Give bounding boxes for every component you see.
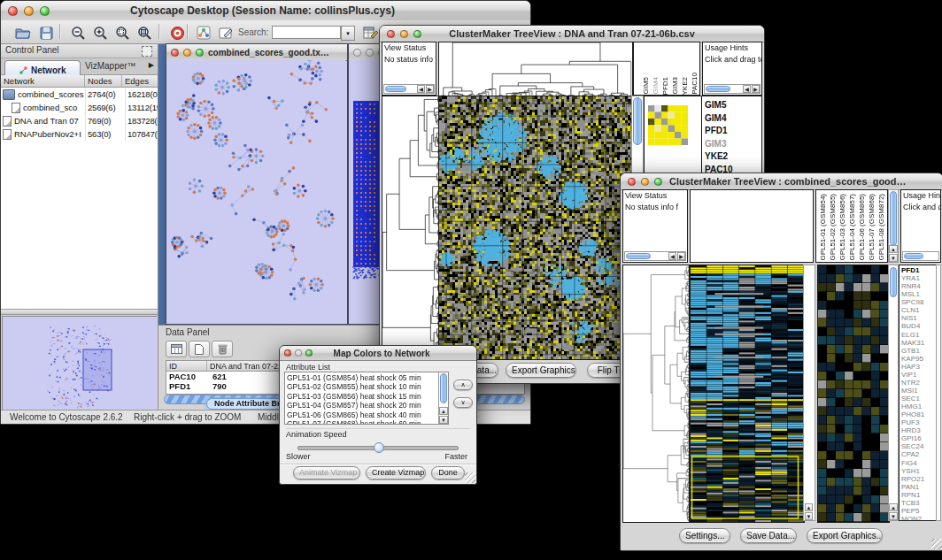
zoom-button[interactable]	[413, 30, 421, 38]
search-input[interactable]	[272, 26, 341, 39]
tab-network[interactable]: Network	[4, 60, 81, 75]
gene-label[interactable]: NIS1	[901, 314, 924, 322]
treeview-action-button[interactable]: Save Data...	[740, 528, 797, 543]
zoom-out-button[interactable]	[66, 23, 89, 42]
move-up-button[interactable]: ∧	[453, 380, 473, 390]
gene-label[interactable]: PFD1	[705, 125, 733, 138]
gene-label[interactable]: TCB3	[901, 499, 924, 507]
tv2-heatmap-canvas[interactable]	[690, 265, 805, 523]
minimize-button[interactable]	[400, 30, 408, 38]
tv1-selection-heatmap[interactable]	[648, 105, 688, 145]
minimize-button[interactable]	[24, 6, 34, 16]
gene-label[interactable]: SPC98	[901, 298, 924, 306]
treeview-action-button[interactable]: Export Graphics...	[506, 363, 576, 378]
gene-label[interactable]: YSH1	[901, 467, 924, 475]
annotation-button[interactable]	[214, 23, 237, 42]
gene-label[interactable]: GIM4	[705, 112, 733, 126]
resize-grip[interactable]	[465, 472, 475, 483]
dialog-button[interactable]: Animate Vizmap	[293, 466, 360, 479]
network-table-row[interactable]: combined_sco 2569(6) 13112(15)	[1, 101, 158, 114]
usage-hints-scrollbar[interactable]: ◀▶	[704, 84, 761, 94]
gene-label[interactable]: GTB1	[901, 347, 924, 355]
gene-label[interactable]: ELG1	[901, 331, 924, 339]
move-down-button[interactable]: ∨	[453, 397, 473, 408]
network-view-titlebar[interactable]: combined_scores_good.txt--cluste...	[166, 44, 347, 61]
network-table-row[interactable]: combined_scores 2764(0) 16218(0)	[1, 88, 158, 101]
gene-label[interactable]: VIP1	[901, 371, 924, 379]
save-button[interactable]	[35, 23, 58, 42]
minimize-button[interactable]	[641, 178, 649, 186]
zoom-button[interactable]	[305, 349, 313, 357]
close-button[interactable]	[284, 349, 291, 357]
zoom-in-button[interactable]	[89, 23, 112, 42]
close-button[interactable]	[628, 178, 636, 186]
slider-thumb[interactable]	[374, 442, 384, 453]
minimize-button[interactable]	[183, 49, 191, 57]
treeview2-titlebar[interactable]: ClusterMaker TreeView : combined_scores_…	[621, 173, 942, 190]
gene-label[interactable]: MON2	[901, 515, 924, 521]
close-button[interactable]	[8, 6, 18, 16]
gene-label[interactable]: YRA1	[901, 274, 924, 282]
gene-label[interactable]: RNR4	[901, 282, 924, 290]
tv2-right-scrollbar[interactable]	[936, 265, 941, 521]
network-overview-canvas[interactable]	[3, 317, 157, 412]
zoom-selected-button[interactable]	[111, 23, 134, 42]
attribute-item[interactable]: GPL51-02 (GSM855) heat shock 10 min	[287, 382, 437, 391]
gene-label[interactable]: GPI16	[901, 434, 924, 442]
treeview-action-button[interactable]: Settings...	[679, 528, 730, 543]
tv2-zoom-heatmap[interactable]	[817, 265, 890, 523]
close-button[interactable]	[387, 30, 395, 38]
gene-label[interactable]: PHO81	[901, 410, 924, 418]
attribute-list-scrollbar[interactable]: ▲▼	[438, 372, 448, 424]
gene-label[interactable]: MAK31	[901, 339, 924, 347]
gene-label[interactable]: YKE2	[705, 150, 733, 164]
treeview1-titlebar[interactable]: ClusterMaker TreeView : DNA and Tran 07-…	[380, 26, 764, 42]
gene-label[interactable]: RPN1	[901, 491, 924, 499]
open-file-button[interactable]	[12, 23, 35, 42]
tv2-genelist-scrollbar[interactable]: ▲▼	[888, 265, 899, 521]
tv2-labels-scrollbar[interactable]: ▲▼	[888, 189, 899, 263]
view-status-scrollbar[interactable]: ◀▶	[383, 84, 435, 94]
animation-speed-slider[interactable]	[297, 446, 459, 450]
zoom-button[interactable]	[196, 49, 204, 57]
help-button[interactable]	[166, 23, 189, 42]
search-dropdown-button[interactable]: ▾	[341, 26, 355, 41]
gene-label[interactable]: SEC1	[901, 395, 924, 403]
tv1-heatmap-canvas[interactable]	[438, 96, 633, 360]
network-table-row[interactable]: DNA and Tran 07 769(0) 183728(0)	[1, 114, 158, 127]
gene-label[interactable]: CPA2	[901, 450, 924, 458]
minimize-button[interactable]	[366, 49, 374, 57]
gene-label[interactable]: PAN1	[901, 483, 924, 491]
network-graph-canvas[interactable]	[166, 60, 345, 323]
gene-label[interactable]: HAP3	[901, 363, 924, 371]
treeview-action-button[interactable]: Export Graphics...	[807, 528, 883, 543]
float-panel-icon[interactable]	[142, 46, 152, 57]
close-button[interactable]	[353, 49, 361, 57]
tv2-row-dendrogram[interactable]	[622, 265, 690, 523]
tv2-heatmap-vscrollbar[interactable]: ▲▼	[803, 265, 815, 521]
delete-attribute-button[interactable]	[212, 341, 233, 357]
gene-label[interactable]: MSI1	[901, 387, 924, 395]
zoom-button[interactable]	[654, 178, 662, 186]
attribute-item[interactable]: GPL51-03 (GSM856) heat shock 15 min	[287, 392, 437, 401]
gene-label[interactable]: RPO21	[901, 475, 924, 483]
close-button[interactable]	[171, 49, 179, 57]
gene-label[interactable]: NTR2	[901, 379, 924, 387]
tab-overflow-arrow[interactable]: ▶	[149, 61, 154, 69]
gene-label[interactable]: SEC24	[901, 442, 924, 450]
gene-label[interactable]: GIM3	[705, 138, 733, 151]
gene-label[interactable]: BUD4	[901, 322, 924, 330]
new-attribute-button[interactable]	[189, 341, 210, 357]
main-titlebar[interactable]: Cytoscape Desktop (Session Name: collins…	[1, 1, 530, 21]
zoom-button[interactable]	[40, 6, 50, 16]
resize-grip[interactable]	[931, 539, 942, 549]
gene-label[interactable]: GIM5	[705, 99, 733, 112]
gene-label[interactable]: CLN1	[901, 306, 924, 314]
attribute-item[interactable]: GPL51-04 (GSM857) heat shock 20 min	[287, 401, 437, 410]
network-table-row[interactable]: RNAPuberNov2+I 563(0) 107847(0)	[1, 127, 158, 141]
zoom-fit-button[interactable]	[133, 23, 156, 42]
gene-label[interactable]: HRD3	[901, 426, 924, 434]
attribute-item[interactable]: GPL51-07 (GSM868) heat shock 60 min	[287, 419, 437, 425]
tab-vizmapper[interactable]: VizMapper™	[85, 61, 136, 71]
gene-label[interactable]: PUF3	[901, 418, 924, 426]
